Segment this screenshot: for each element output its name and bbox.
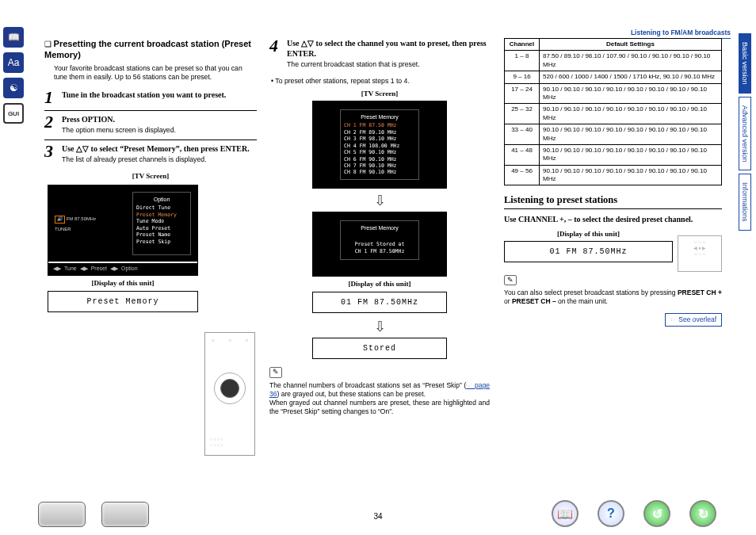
book-icon[interactable]: 📖	[3, 27, 24, 48]
tv-opt-4: Preset Name	[136, 231, 187, 238]
table-row: 9 – 16520 / 600 / 1000 / 1400 / 1500 / 1…	[505, 71, 722, 83]
tab-advanced-version[interactable]: Advanced version	[739, 97, 751, 171]
col3-display: 01 FM 87.50MHz	[504, 241, 673, 262]
table-cell-channel: 49 – 56	[505, 165, 540, 185]
step-2-num: 2	[44, 114, 62, 135]
table-cell-channel: 9 – 16	[505, 71, 540, 83]
step-3: 3 Use △▽ to select “Preset Memory”, then…	[44, 140, 257, 169]
use-channel-line: Use CHANNEL +, – to select the desired p…	[504, 214, 722, 224]
default-settings-table: Channel Default Settings 1 – 887.50 / 89…	[504, 38, 722, 185]
step-4-sub: The current broadcast station that is pr…	[287, 60, 490, 69]
column-2: 4 Use △▽ to select the channel you want …	[269, 38, 490, 416]
character-icon[interactable]: ☯	[3, 78, 24, 98]
page-root: 📖 Aa ☯ GUI Basic version Advanced versio…	[0, 0, 756, 535]
col1-tv-label: [TV Screen]	[44, 172, 257, 182]
table-cell-settings: 90.10 / 90.10 / 90.10 / 90.10 / 90.10 / …	[540, 124, 722, 145]
col2-tv-stored: Preset Memory Preset Stored at CH 1 FM 8…	[312, 212, 447, 277]
aa-icon[interactable]: Aa	[3, 52, 24, 73]
tv-opt-1: Preset Memory	[136, 212, 187, 218]
col2-note-2: When grayed out channel numbers are pres…	[269, 399, 490, 416]
listening-preset-title: Listening to preset stations	[504, 193, 722, 208]
step-3-sub: The list of already preset channels is d…	[62, 155, 257, 164]
repeat-note: • To preset other stations, repeat steps…	[271, 77, 490, 86]
col1-intro: Your favorite broadcast stations can be …	[54, 64, 257, 82]
table-row: 25 – 3290.10 / 90.10 / 90.10 / 90.10 / 9…	[505, 104, 722, 124]
col2-tv-preset: Preset Memory CH 1 FM 87.50 MHz CH 2 FM …	[312, 101, 447, 189]
tbl-h0: Channel	[505, 39, 540, 51]
pl7: CH 8 FM 90.10 MHz	[344, 169, 415, 175]
pl4: CH 5 FM 90.10 MHz	[344, 149, 415, 155]
col1-tv-screen: 🔊 FM 87.50MHz TUNER Option Direct Tune P…	[48, 185, 198, 276]
tv-left-tuner: TUNER	[55, 227, 128, 233]
see-overleaf-link[interactable]: ☞ See overleaf	[665, 313, 722, 327]
tab-informations[interactable]: Informations	[739, 174, 751, 231]
forward-circle-icon[interactable]: ↻	[689, 500, 716, 527]
pl1: CH 2 FM 89.10 MHz	[344, 129, 415, 136]
pl2: CH 3 FM 98.10 MHz	[344, 136, 415, 142]
col2-tv-label: [TV Screen]	[269, 90, 490, 99]
column-1: ❏ Presetting the current broadcast stati…	[44, 38, 257, 317]
table-cell-channel: 1 – 8	[505, 51, 540, 71]
tv-opt-3: Auto Preset	[136, 225, 187, 231]
table-cell-channel: 17 – 24	[505, 83, 540, 104]
step-4-main: Use △▽ to select the channel you want to…	[287, 38, 490, 59]
back-circle-icon[interactable]: ↺	[643, 500, 670, 527]
step-4: 4 Use △▽ to select the channel you want …	[269, 38, 490, 74]
arrow-down-icon-1: ⇩	[269, 192, 490, 210]
tv-foot-2: Option	[121, 265, 138, 272]
table-row: 33 – 4090.10 / 90.10 / 90.10 / 90.10 / 9…	[505, 124, 722, 145]
pl5: CH 6 FM 90.10 MHz	[344, 156, 415, 162]
col1-display: Preset Memory	[48, 291, 198, 312]
stored-l2: CH 1 FM 87.50MHz	[344, 248, 415, 254]
col1-display-label: [Display of this unit]	[44, 279, 201, 289]
square-bullet-icon: ❏	[44, 40, 52, 48]
column-3: Channel Default Settings 1 – 887.50 / 89…	[504, 38, 722, 327]
preset-title-1: Preset Memory	[344, 113, 415, 120]
col2-display-1: 01 FM 87.50MHz	[312, 292, 447, 313]
footer: 34 📖 ? ↺ ↻	[0, 499, 756, 529]
step-1-num: 1	[44, 90, 62, 105]
col3-display-label: [Display of this unit]	[504, 230, 673, 239]
tab-basic-version[interactable]: Basic version	[739, 33, 751, 94]
table-row: 1 – 887.50 / 89.10 / 98.10 / 107.90 / 90…	[505, 51, 722, 71]
remote-small-illustration: ○ ○ ○◀ ● ▶○ ○ ○	[678, 235, 722, 272]
table-row: 17 – 2490.10 / 90.10 / 90.10 / 90.10 / 9…	[505, 83, 722, 104]
pl6: CH 7 FM 90.10 MHz	[344, 162, 415, 169]
table-cell-settings: 90.10 / 90.10 / 90.10 / 90.10 / 90.10 / …	[540, 83, 722, 104]
pl3: CH 4 FM 108.00 MHz	[344, 143, 415, 149]
tbl-h1: Default Settings	[540, 39, 722, 51]
step-2: 2 Press OPTION. The option menu screen i…	[44, 111, 257, 140]
pl0: CH 1 FM 87.50 MHz	[344, 122, 415, 128]
pencil-note-icon-2: ✎	[504, 275, 517, 286]
step-1-main: Tune in the broadcast station you want t…	[62, 90, 257, 100]
remote-illustration: ○○○ ○ ○ ○ ○○ ○ ○ ○	[204, 332, 255, 456]
tv-opt-2: Tune Mode	[136, 218, 187, 224]
help-circle-icon[interactable]: ?	[598, 500, 624, 527]
col2-display-label: [Display of this unit]	[269, 280, 490, 289]
side-tabs: Basic version Advanced version Informati…	[739, 33, 753, 234]
table-cell-settings: 90.10 / 90.10 / 90.10 / 90.10 / 90.10 / …	[540, 165, 722, 185]
tv-options-title: Option	[136, 196, 187, 203]
step-3-num: 3	[44, 143, 62, 164]
table-cell-settings: 520 / 600 / 1000 / 1400 / 1500 / 1710 kH…	[540, 71, 722, 83]
step-4-num: 4	[269, 38, 287, 69]
stored-l1: Preset Stored at	[344, 241, 415, 247]
left-rail: 📖 Aa ☯ GUI	[3, 27, 27, 128]
gui-icon[interactable]: GUI	[3, 103, 24, 124]
table-cell-settings: 87.50 / 89.10 / 98.10 / 107.90 / 90.10 /…	[540, 51, 722, 71]
step-3-main: Use △▽ to select “Preset Memory”, then p…	[62, 143, 257, 154]
col2-note-1: The channel numbers of broadcast station…	[269, 381, 490, 399]
table-cell-settings: 90.10 / 90.10 / 90.10 / 90.10 / 90.10 / …	[540, 144, 722, 165]
tv-opt-0: Direct Tune	[136, 204, 187, 211]
book-circle-icon[interactable]: 📖	[552, 500, 578, 527]
col2-display-2: Stored	[312, 338, 447, 359]
table-row: 41 – 4890.10 / 90.10 / 90.10 / 90.10 / 9…	[505, 144, 722, 165]
device-button-2[interactable]	[101, 502, 149, 527]
tv-left-freq: FM 87.50MHz	[67, 216, 97, 221]
tv-opt-5: Preset Skip	[136, 239, 187, 245]
pencil-note-icon: ✎	[269, 367, 282, 378]
col1-heading: Presetting the current broadcast station…	[44, 39, 251, 59]
arrow-down-icon-2: ⇩	[269, 318, 490, 336]
step-2-sub: The option menu screen is displayed.	[62, 126, 257, 135]
device-button-1[interactable]	[38, 502, 86, 527]
